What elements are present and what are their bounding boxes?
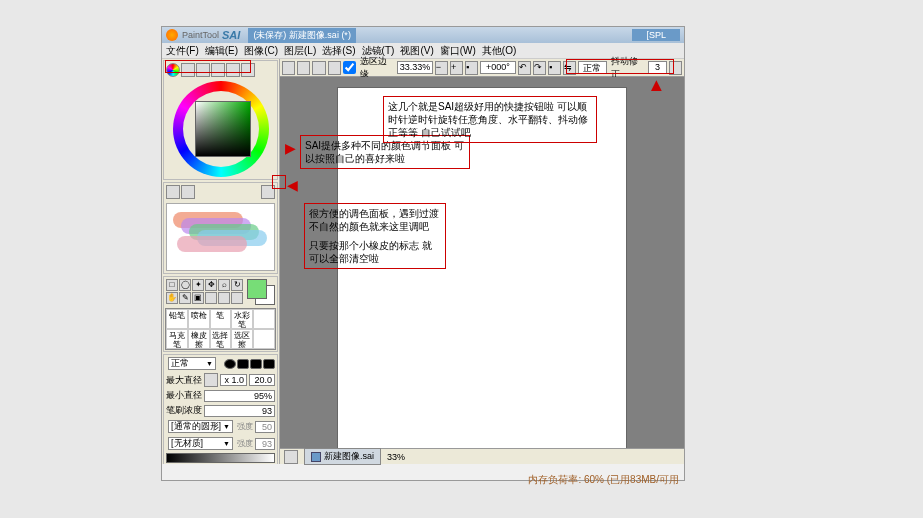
brush-empty[interactable] bbox=[253, 309, 275, 329]
bucket-tool-icon[interactable]: ▣ bbox=[192, 292, 204, 304]
scratch-tool-2-icon[interactable] bbox=[181, 185, 195, 199]
sel-border-checkbox[interactable] bbox=[343, 61, 356, 74]
brush-shape-select[interactable]: [通常的圆形]▼ bbox=[168, 420, 233, 433]
document-icon bbox=[311, 452, 321, 462]
brush-texture-select[interactable]: [无材质]▼ bbox=[168, 437, 233, 450]
titlebar: PaintTool SAI (未保存) 新建图像.sai (*) [SPL bbox=[162, 27, 684, 43]
fg-color[interactable] bbox=[247, 279, 267, 299]
rotate-reset-icon[interactable]: ▪ bbox=[548, 61, 561, 75]
menu-window[interactable]: 窗口(W) bbox=[440, 44, 476, 58]
gradient-bar[interactable] bbox=[166, 453, 275, 463]
shape-strength-label: 强度 bbox=[237, 421, 253, 432]
rotate-cw-icon[interactable]: ↷ bbox=[533, 61, 546, 75]
brush-eraser[interactable]: 橡皮擦 bbox=[188, 329, 210, 349]
shape-strength[interactable]: 50 bbox=[255, 421, 275, 433]
tip-rough1-icon[interactable] bbox=[237, 359, 249, 369]
highlight-colormodes bbox=[165, 60, 251, 73]
max-d-mult[interactable]: x 1.0 bbox=[220, 374, 247, 386]
brush-brush[interactable]: 笔 bbox=[210, 309, 232, 329]
zoom-out-icon[interactable]: − bbox=[435, 61, 448, 75]
eyedrop-tool-icon[interactable]: ✎ bbox=[179, 292, 191, 304]
zoom-in-icon[interactable]: + bbox=[450, 61, 463, 75]
arrow-icon: ◀ bbox=[287, 177, 298, 193]
tool-y-icon[interactable] bbox=[218, 292, 230, 304]
tip-rough2-icon[interactable] bbox=[250, 359, 262, 369]
menubar: 文件(F) 编辑(E) 图像(C) 图层(L) 选择(S) 滤镜(T) 视图(V… bbox=[162, 43, 684, 59]
brush-type-grid: 铅笔 喷枪 笔 水彩笔 马克笔 橡皮擦 选择笔 选区擦 bbox=[165, 308, 276, 350]
menu-image[interactable]: 图像(C) bbox=[244, 44, 278, 58]
lasso-tool-icon[interactable]: ◯ bbox=[179, 279, 191, 291]
tip-circle-icon[interactable] bbox=[224, 359, 236, 369]
tb-btn-2[interactable] bbox=[297, 61, 310, 75]
zoom-input[interactable]: 33.33% bbox=[397, 61, 433, 74]
titlebar-right: [SPL bbox=[632, 29, 680, 41]
tb-btn-4[interactable] bbox=[328, 61, 341, 75]
document-title: (未保存) 新建图像.sai (*) bbox=[248, 28, 356, 43]
app-logo-icon bbox=[166, 29, 178, 41]
document-tab[interactable]: 新建图像.sai bbox=[304, 448, 381, 465]
menu-view[interactable]: 视图(V) bbox=[400, 44, 433, 58]
rotate-tool-icon[interactable]: ↻ bbox=[231, 279, 243, 291]
memory-status: 内存负荷率: 60% (已用83MB/可用 bbox=[161, 473, 685, 488]
tab-label: 新建图像.sai bbox=[324, 450, 374, 463]
density-label: 笔刷浓度 bbox=[166, 404, 202, 417]
brush-selpen[interactable]: 选择笔 bbox=[210, 329, 232, 349]
angle-input[interactable]: +000° bbox=[480, 61, 516, 74]
highlight-toolbar-right bbox=[566, 59, 674, 74]
sizepreset-icon[interactable] bbox=[204, 373, 218, 387]
arrow-icon: ▶ bbox=[647, 80, 663, 91]
scratch-tool-1-icon[interactable] bbox=[166, 185, 180, 199]
tb-btn-1[interactable] bbox=[282, 61, 295, 75]
menu-edit[interactable]: 编辑(E) bbox=[205, 44, 238, 58]
highlight-erasericon bbox=[272, 175, 286, 189]
hand-tool-icon[interactable]: ✋ bbox=[166, 292, 178, 304]
tex-strength[interactable]: 93 bbox=[255, 438, 275, 450]
color-wheel[interactable] bbox=[169, 81, 273, 177]
menu-select[interactable]: 选择(S) bbox=[322, 44, 355, 58]
arrow-icon: ▶ bbox=[285, 140, 296, 156]
zoom-reset-icon[interactable]: ▪ bbox=[465, 61, 478, 75]
app-name-pt: PaintTool bbox=[182, 30, 219, 40]
rotate-ccw-icon[interactable]: ↶ bbox=[518, 61, 531, 75]
stroke-sample bbox=[177, 236, 247, 252]
left-sidebar: □ ◯ ✦ ✥ ⌕ ↻ ✋ ✎ ▣ bbox=[162, 59, 280, 464]
brush-pencil[interactable]: 铅笔 bbox=[166, 309, 188, 329]
sv-box[interactable] bbox=[195, 101, 251, 157]
min-diameter-label: 最小直径 bbox=[166, 389, 202, 402]
brush-marker[interactable]: 马克笔 bbox=[166, 329, 188, 349]
max-diameter-label: 最大直径 bbox=[166, 374, 202, 387]
density-value[interactable]: 93 bbox=[204, 405, 275, 417]
brush-selerase[interactable]: 选区擦 bbox=[231, 329, 253, 349]
status-bar: 新建图像.sai 33% bbox=[280, 448, 684, 464]
menu-layer[interactable]: 图层(L) bbox=[284, 44, 316, 58]
tab-new-icon[interactable] bbox=[284, 450, 298, 464]
tip-rough3-icon[interactable] bbox=[263, 359, 275, 369]
tab-zoom: 33% bbox=[387, 452, 405, 462]
tex-strength-label: 强度 bbox=[237, 438, 253, 449]
menu-file[interactable]: 文件(F) bbox=[166, 44, 199, 58]
brush-watercolor[interactable]: 水彩笔 bbox=[231, 309, 253, 329]
brush-airbrush[interactable]: 喷枪 bbox=[188, 309, 210, 329]
scratchpad[interactable] bbox=[166, 203, 275, 271]
tool-z-icon[interactable] bbox=[231, 292, 243, 304]
max-d-value[interactable]: 20.0 bbox=[249, 374, 275, 386]
tool-x-icon[interactable] bbox=[205, 292, 217, 304]
zoom-tool-icon[interactable]: ⌕ bbox=[218, 279, 230, 291]
wand-tool-icon[interactable]: ✦ bbox=[192, 279, 204, 291]
min-d-value[interactable]: 95% bbox=[204, 390, 275, 402]
fg-bg-swatch[interactable] bbox=[247, 279, 275, 305]
brush-empty2[interactable] bbox=[253, 329, 275, 349]
annotation-3: 这几个就是SAI超级好用的快捷按钮啦 可以顺时针逆时针旋转任意角度、水平翻转、抖… bbox=[383, 96, 597, 143]
annotation-2: 很方便的调色面板，遇到过渡不自然的颜色就来这里调吧 只要按那个小橡皮的标志 就可… bbox=[304, 203, 446, 269]
tool-grid: □ ◯ ✦ ✥ ⌕ ↻ ✋ ✎ ▣ bbox=[164, 277, 245, 306]
tb-btn-3[interactable] bbox=[312, 61, 325, 75]
marquee-tool-icon[interactable]: □ bbox=[166, 279, 178, 291]
blend-mode-select[interactable]: 正常▼ bbox=[168, 357, 216, 370]
app-name-sai: SAI bbox=[222, 29, 240, 41]
menu-other[interactable]: 其他(O) bbox=[482, 44, 516, 58]
move-tool-icon[interactable]: ✥ bbox=[205, 279, 217, 291]
